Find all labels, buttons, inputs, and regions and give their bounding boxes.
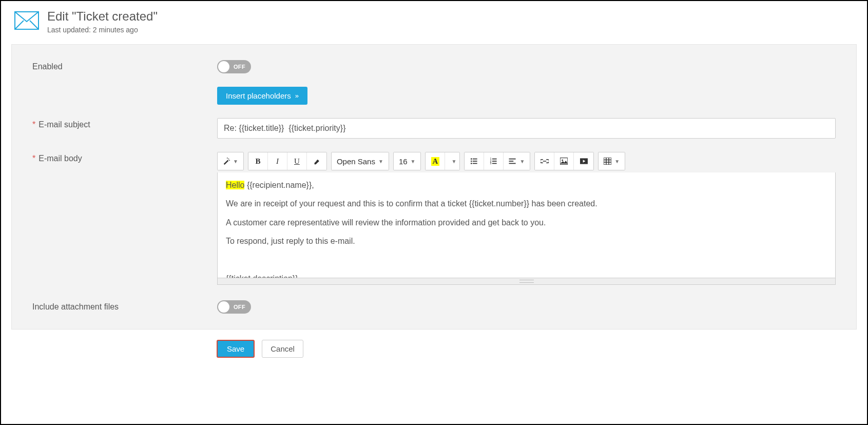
caret-icon: ▼ bbox=[411, 159, 416, 164]
envelope-icon bbox=[14, 11, 39, 30]
table-button[interactable]: ▼ bbox=[599, 152, 625, 170]
editor-toolbar: ▼ B I U bbox=[217, 152, 836, 170]
ordered-list-button[interactable]: 123 bbox=[484, 152, 504, 170]
font-name-value: Open Sans bbox=[337, 157, 375, 166]
align-icon bbox=[509, 158, 516, 165]
cancel-button[interactable]: Cancel bbox=[262, 340, 303, 358]
required-marker: * bbox=[32, 120, 35, 129]
required-marker: * bbox=[32, 154, 35, 163]
svg-rect-8 bbox=[473, 159, 477, 160]
form-panel: Enabled OFF Insert placeholders » *E-mai… bbox=[11, 44, 857, 330]
subject-label: *E-mail subject bbox=[32, 118, 217, 129]
chevron-right-icon: » bbox=[295, 92, 299, 100]
row-insert-placeholders: Insert placeholders » bbox=[32, 87, 836, 105]
editor-content[interactable]: Hello {{recipient.name}}, We are in rece… bbox=[218, 172, 835, 278]
font-size-select[interactable]: 16 ▼ bbox=[394, 152, 421, 170]
magic-button[interactable]: ▼ bbox=[218, 152, 243, 170]
image-icon bbox=[560, 158, 568, 165]
body-paragraph: To respond, just reply to this e-mail. bbox=[226, 236, 827, 247]
row-body: *E-mail body ▼ B I bbox=[32, 152, 836, 285]
video-button[interactable] bbox=[574, 152, 593, 170]
row-attachments: Include attachment files OFF bbox=[32, 300, 836, 314]
toggle-knob bbox=[218, 61, 229, 72]
editor-resize-handle[interactable] bbox=[217, 278, 836, 285]
attachments-toggle[interactable]: OFF bbox=[217, 300, 251, 314]
subject-input[interactable] bbox=[217, 118, 836, 139]
toolbar-group-color: A ▼ bbox=[425, 152, 460, 170]
resize-grip-icon bbox=[519, 280, 534, 283]
font-color-button[interactable]: A bbox=[426, 152, 445, 170]
caret-icon: ▼ bbox=[519, 159, 525, 164]
enabled-toggle[interactable]: OFF bbox=[217, 60, 251, 73]
toolbar-group-size: 16 ▼ bbox=[393, 152, 421, 170]
svg-point-23 bbox=[562, 160, 564, 161]
body-paragraph: A customer care representative will revi… bbox=[226, 217, 827, 228]
unordered-list-button[interactable] bbox=[465, 152, 484, 170]
svg-rect-19 bbox=[509, 159, 516, 160]
rich-text-editor: ▼ B I U bbox=[217, 152, 836, 285]
image-button[interactable] bbox=[554, 152, 574, 170]
body-paragraph: Hello {{recipient.name}}, bbox=[226, 180, 827, 191]
caret-icon: ▼ bbox=[378, 159, 383, 164]
attachments-toggle-text: OFF bbox=[234, 304, 245, 310]
font-name-select[interactable]: Open Sans ▼ bbox=[332, 152, 389, 170]
svg-line-1 bbox=[15, 21, 24, 29]
enabled-label: Enabled bbox=[32, 60, 217, 71]
body-paragraph bbox=[226, 255, 827, 266]
underline-button[interactable]: U bbox=[287, 152, 307, 170]
enabled-toggle-text: OFF bbox=[234, 64, 245, 70]
svg-rect-20 bbox=[509, 161, 514, 162]
svg-text:3: 3 bbox=[490, 162, 492, 165]
svg-point-4 bbox=[227, 158, 228, 159]
row-enabled: Enabled OFF bbox=[32, 60, 836, 73]
caret-icon: ▼ bbox=[451, 159, 456, 164]
toggle-knob bbox=[218, 301, 229, 313]
caret-icon: ▼ bbox=[614, 159, 620, 164]
eraser-icon bbox=[313, 158, 320, 165]
toolbar-group-style: B I U bbox=[248, 152, 327, 170]
body-paragraph: {{ticket.description}} bbox=[226, 273, 827, 278]
font-color-more-button[interactable]: ▼ bbox=[445, 152, 459, 170]
table-icon bbox=[604, 158, 611, 165]
align-button[interactable]: ▼ bbox=[504, 152, 530, 170]
toolbar-group-font: Open Sans ▼ bbox=[331, 152, 389, 170]
list-ul-icon bbox=[470, 158, 478, 165]
link-icon bbox=[541, 158, 549, 165]
clear-format-button[interactable] bbox=[307, 152, 326, 170]
video-icon bbox=[580, 158, 588, 164]
list-ol-icon: 123 bbox=[490, 158, 497, 165]
form-actions: Save Cancel bbox=[217, 340, 857, 358]
svg-rect-12 bbox=[473, 163, 477, 164]
svg-rect-14 bbox=[492, 159, 497, 160]
svg-line-2 bbox=[30, 21, 38, 29]
highlighted-text: Hello bbox=[226, 181, 244, 189]
toolbar-group-insert bbox=[534, 152, 594, 170]
toolbar-group-table: ▼ bbox=[598, 152, 625, 170]
insert-placeholders-label: Insert placeholders bbox=[226, 91, 291, 100]
svg-point-7 bbox=[471, 158, 472, 160]
svg-rect-10 bbox=[473, 161, 477, 162]
magic-wand-icon bbox=[223, 158, 230, 165]
svg-rect-25 bbox=[604, 158, 611, 165]
insert-placeholders-button[interactable]: Insert placeholders » bbox=[217, 87, 307, 105]
toolbar-group-magic: ▼ bbox=[217, 152, 244, 170]
body-label: *E-mail body bbox=[32, 152, 217, 163]
row-subject: *E-mail subject bbox=[32, 118, 836, 139]
page-container: Edit "Ticket created" Last updated: 2 mi… bbox=[0, 0, 868, 425]
save-button[interactable]: Save bbox=[217, 340, 255, 358]
svg-point-11 bbox=[471, 163, 472, 164]
link-button[interactable] bbox=[535, 152, 554, 170]
svg-point-5 bbox=[229, 160, 230, 161]
font-size-value: 16 bbox=[399, 157, 408, 166]
attachments-label: Include attachment files bbox=[32, 300, 217, 312]
svg-rect-18 bbox=[492, 163, 497, 164]
caret-icon: ▼ bbox=[233, 159, 238, 164]
svg-rect-16 bbox=[492, 161, 497, 162]
editor-area: Hello {{recipient.name}}, We are in rece… bbox=[217, 172, 836, 278]
toolbar-group-paragraph: 123 ▼ bbox=[464, 152, 530, 170]
bold-button[interactable]: B bbox=[248, 152, 268, 170]
svg-rect-21 bbox=[509, 163, 516, 164]
italic-button[interactable]: I bbox=[268, 152, 287, 170]
page-subtitle: Last updated: 2 minutes ago bbox=[47, 26, 158, 34]
page-title: Edit "Ticket created" bbox=[47, 9, 158, 24]
